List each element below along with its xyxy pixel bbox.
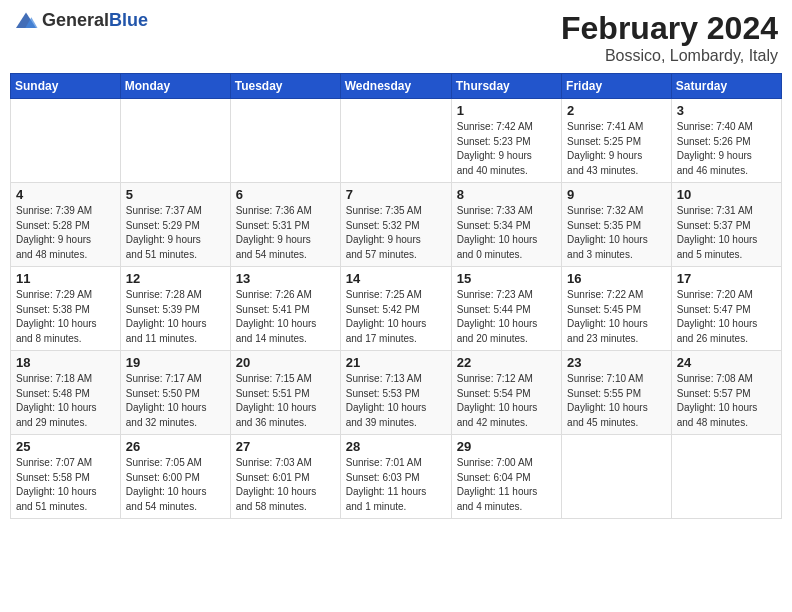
day-number: 22 (457, 355, 556, 370)
col-friday: Friday (562, 74, 672, 99)
day-number: 7 (346, 187, 446, 202)
table-row (671, 435, 781, 519)
col-tuesday: Tuesday (230, 74, 340, 99)
day-info: Sunrise: 7:42 AMSunset: 5:23 PMDaylight:… (457, 120, 556, 178)
col-thursday: Thursday (451, 74, 561, 99)
day-info: Sunrise: 7:03 AMSunset: 6:01 PMDaylight:… (236, 456, 335, 514)
day-number: 11 (16, 271, 115, 286)
logo-general: General (42, 10, 109, 30)
table-row: 17Sunrise: 7:20 AMSunset: 5:47 PMDayligh… (671, 267, 781, 351)
day-number: 14 (346, 271, 446, 286)
day-info: Sunrise: 7:23 AMSunset: 5:44 PMDaylight:… (457, 288, 556, 346)
day-info: Sunrise: 7:31 AMSunset: 5:37 PMDaylight:… (677, 204, 776, 262)
day-number: 1 (457, 103, 556, 118)
table-row: 13Sunrise: 7:26 AMSunset: 5:41 PMDayligh… (230, 267, 340, 351)
col-saturday: Saturday (671, 74, 781, 99)
table-row: 28Sunrise: 7:01 AMSunset: 6:03 PMDayligh… (340, 435, 451, 519)
day-info: Sunrise: 7:10 AMSunset: 5:55 PMDaylight:… (567, 372, 666, 430)
table-row (340, 99, 451, 183)
day-number: 13 (236, 271, 335, 286)
day-info: Sunrise: 7:35 AMSunset: 5:32 PMDaylight:… (346, 204, 446, 262)
day-info: Sunrise: 7:32 AMSunset: 5:35 PMDaylight:… (567, 204, 666, 262)
logo-text: GeneralBlue (42, 10, 148, 31)
day-number: 18 (16, 355, 115, 370)
day-info: Sunrise: 7:12 AMSunset: 5:54 PMDaylight:… (457, 372, 556, 430)
calendar-header-row: Sunday Monday Tuesday Wednesday Thursday… (11, 74, 782, 99)
day-number: 20 (236, 355, 335, 370)
table-row: 16Sunrise: 7:22 AMSunset: 5:45 PMDayligh… (562, 267, 672, 351)
day-info: Sunrise: 7:39 AMSunset: 5:28 PMDaylight:… (16, 204, 115, 262)
table-row: 25Sunrise: 7:07 AMSunset: 5:58 PMDayligh… (11, 435, 121, 519)
day-number: 26 (126, 439, 225, 454)
calendar-week-row: 18Sunrise: 7:18 AMSunset: 5:48 PMDayligh… (11, 351, 782, 435)
day-info: Sunrise: 7:26 AMSunset: 5:41 PMDaylight:… (236, 288, 335, 346)
day-info: Sunrise: 7:40 AMSunset: 5:26 PMDaylight:… (677, 120, 776, 178)
day-info: Sunrise: 7:20 AMSunset: 5:47 PMDaylight:… (677, 288, 776, 346)
day-number: 24 (677, 355, 776, 370)
month-year-title: February 2024 (561, 10, 778, 47)
table-row: 23Sunrise: 7:10 AMSunset: 5:55 PMDayligh… (562, 351, 672, 435)
col-sunday: Sunday (11, 74, 121, 99)
day-info: Sunrise: 7:00 AMSunset: 6:04 PMDaylight:… (457, 456, 556, 514)
day-info: Sunrise: 7:28 AMSunset: 5:39 PMDaylight:… (126, 288, 225, 346)
day-number: 17 (677, 271, 776, 286)
col-monday: Monday (120, 74, 230, 99)
table-row: 10Sunrise: 7:31 AMSunset: 5:37 PMDayligh… (671, 183, 781, 267)
day-number: 23 (567, 355, 666, 370)
table-row: 12Sunrise: 7:28 AMSunset: 5:39 PMDayligh… (120, 267, 230, 351)
table-row: 24Sunrise: 7:08 AMSunset: 5:57 PMDayligh… (671, 351, 781, 435)
day-number: 8 (457, 187, 556, 202)
calendar-week-row: 25Sunrise: 7:07 AMSunset: 5:58 PMDayligh… (11, 435, 782, 519)
table-row (11, 99, 121, 183)
logo-icon (14, 11, 38, 31)
table-row: 7Sunrise: 7:35 AMSunset: 5:32 PMDaylight… (340, 183, 451, 267)
location-subtitle: Bossico, Lombardy, Italy (561, 47, 778, 65)
table-row: 9Sunrise: 7:32 AMSunset: 5:35 PMDaylight… (562, 183, 672, 267)
day-number: 25 (16, 439, 115, 454)
table-row: 20Sunrise: 7:15 AMSunset: 5:51 PMDayligh… (230, 351, 340, 435)
col-wednesday: Wednesday (340, 74, 451, 99)
day-info: Sunrise: 7:08 AMSunset: 5:57 PMDaylight:… (677, 372, 776, 430)
calendar-week-row: 1Sunrise: 7:42 AMSunset: 5:23 PMDaylight… (11, 99, 782, 183)
table-row (562, 435, 672, 519)
day-number: 4 (16, 187, 115, 202)
table-row: 1Sunrise: 7:42 AMSunset: 5:23 PMDaylight… (451, 99, 561, 183)
calendar-week-row: 11Sunrise: 7:29 AMSunset: 5:38 PMDayligh… (11, 267, 782, 351)
day-number: 2 (567, 103, 666, 118)
table-row: 29Sunrise: 7:00 AMSunset: 6:04 PMDayligh… (451, 435, 561, 519)
day-info: Sunrise: 7:13 AMSunset: 5:53 PMDaylight:… (346, 372, 446, 430)
day-number: 16 (567, 271, 666, 286)
day-info: Sunrise: 7:25 AMSunset: 5:42 PMDaylight:… (346, 288, 446, 346)
day-number: 12 (126, 271, 225, 286)
table-row: 22Sunrise: 7:12 AMSunset: 5:54 PMDayligh… (451, 351, 561, 435)
day-info: Sunrise: 7:33 AMSunset: 5:34 PMDaylight:… (457, 204, 556, 262)
day-info: Sunrise: 7:15 AMSunset: 5:51 PMDaylight:… (236, 372, 335, 430)
day-number: 21 (346, 355, 446, 370)
day-number: 15 (457, 271, 556, 286)
day-number: 28 (346, 439, 446, 454)
day-info: Sunrise: 7:29 AMSunset: 5:38 PMDaylight:… (16, 288, 115, 346)
table-row: 19Sunrise: 7:17 AMSunset: 5:50 PMDayligh… (120, 351, 230, 435)
table-row: 5Sunrise: 7:37 AMSunset: 5:29 PMDaylight… (120, 183, 230, 267)
table-row: 21Sunrise: 7:13 AMSunset: 5:53 PMDayligh… (340, 351, 451, 435)
table-row: 27Sunrise: 7:03 AMSunset: 6:01 PMDayligh… (230, 435, 340, 519)
day-number: 19 (126, 355, 225, 370)
title-block: February 2024 Bossico, Lombardy, Italy (561, 10, 778, 65)
table-row: 4Sunrise: 7:39 AMSunset: 5:28 PMDaylight… (11, 183, 121, 267)
day-info: Sunrise: 7:36 AMSunset: 5:31 PMDaylight:… (236, 204, 335, 262)
day-info: Sunrise: 7:22 AMSunset: 5:45 PMDaylight:… (567, 288, 666, 346)
day-info: Sunrise: 7:41 AMSunset: 5:25 PMDaylight:… (567, 120, 666, 178)
logo: GeneralBlue (14, 10, 148, 31)
day-number: 5 (126, 187, 225, 202)
day-number: 6 (236, 187, 335, 202)
day-number: 29 (457, 439, 556, 454)
table-row (230, 99, 340, 183)
table-row: 2Sunrise: 7:41 AMSunset: 5:25 PMDaylight… (562, 99, 672, 183)
day-info: Sunrise: 7:37 AMSunset: 5:29 PMDaylight:… (126, 204, 225, 262)
table-row: 6Sunrise: 7:36 AMSunset: 5:31 PMDaylight… (230, 183, 340, 267)
day-info: Sunrise: 7:05 AMSunset: 6:00 PMDaylight:… (126, 456, 225, 514)
day-number: 27 (236, 439, 335, 454)
logo-blue: Blue (109, 10, 148, 30)
table-row: 14Sunrise: 7:25 AMSunset: 5:42 PMDayligh… (340, 267, 451, 351)
day-info: Sunrise: 7:17 AMSunset: 5:50 PMDaylight:… (126, 372, 225, 430)
